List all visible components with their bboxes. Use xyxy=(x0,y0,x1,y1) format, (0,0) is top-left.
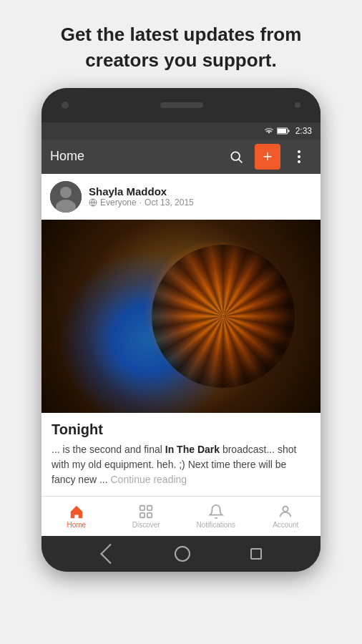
header-text: Get the latest updates from creators you… xyxy=(61,21,302,74)
nav-discover-label: Discover xyxy=(132,521,160,529)
battery-icon xyxy=(277,127,290,135)
account-icon xyxy=(278,504,293,519)
nav-notifications-label: Notifications xyxy=(197,521,235,529)
continue-reading-link[interactable]: Continue reading xyxy=(110,474,187,485)
post-date-separator: · xyxy=(140,197,142,208)
home-icon xyxy=(69,504,84,519)
svg-rect-13 xyxy=(140,506,145,510)
nav-notifications[interactable]: Notifications xyxy=(181,497,251,536)
nav-home-label: Home xyxy=(67,521,86,529)
svg-rect-2 xyxy=(278,129,286,133)
system-back-button[interactable] xyxy=(100,544,120,564)
svg-point-6 xyxy=(298,155,300,158)
post-author: Shayla Maddox xyxy=(89,185,194,197)
wifi-icon xyxy=(264,127,274,135)
camera-dot xyxy=(62,102,69,109)
svg-point-3 xyxy=(231,152,240,160)
svg-rect-1 xyxy=(288,130,289,132)
post-date: Oct 13, 2015 xyxy=(145,197,194,208)
phone-shell: 2:33 Home + xyxy=(41,88,321,572)
nav-discover[interactable]: Discover xyxy=(112,497,182,536)
post-card: Shayla Maddox Everyone · Oct 13, 2015 xyxy=(41,174,321,536)
status-icons: 2:33 xyxy=(264,126,312,136)
phone-bottom-nav xyxy=(41,536,321,572)
post-body-start: ... is the second and final xyxy=(52,444,165,455)
svg-rect-15 xyxy=(140,513,145,517)
bottom-nav: Home Discover Notifi xyxy=(41,496,321,536)
nav-account-label: Account xyxy=(273,521,298,529)
nav-account[interactable]: Account xyxy=(251,497,321,536)
globe-icon xyxy=(89,198,97,207)
system-home-button[interactable] xyxy=(175,546,190,562)
post-body: ... is the second and final In The Dark … xyxy=(52,442,310,487)
toolbar-title: Home xyxy=(50,149,217,164)
svg-rect-14 xyxy=(147,506,152,510)
post-audience: Everyone xyxy=(100,197,137,208)
post-meta: Shayla Maddox Everyone · Oct 13, 2015 xyxy=(89,185,194,208)
post-artwork xyxy=(41,220,321,413)
author-avatar[interactable] xyxy=(50,181,82,213)
post-header: Shayla Maddox Everyone · Oct 13, 2015 xyxy=(41,174,321,220)
svg-point-9 xyxy=(60,187,72,198)
post-image[interactable] xyxy=(41,220,321,413)
svg-rect-16 xyxy=(147,513,152,517)
post-subtitle: Everyone · Oct 13, 2015 xyxy=(89,197,194,208)
system-recents-button[interactable] xyxy=(250,548,262,560)
app-toolbar: Home + xyxy=(41,140,321,174)
create-post-button[interactable]: + xyxy=(255,144,280,170)
phone-top xyxy=(41,88,321,122)
post-text-card: Tonight ... is the second and final In T… xyxy=(41,413,321,496)
sensor-dot xyxy=(295,102,300,108)
search-button[interactable] xyxy=(223,144,249,170)
status-time: 2:33 xyxy=(295,126,312,136)
discover-icon xyxy=(138,504,154,519)
svg-point-17 xyxy=(283,506,288,511)
status-bar: 2:33 xyxy=(41,122,321,140)
nav-home[interactable]: Home xyxy=(41,497,112,536)
notifications-icon xyxy=(208,504,224,519)
page-header: Get the latest updates from creators you… xyxy=(32,0,331,88)
svg-line-4 xyxy=(239,160,243,163)
svg-point-7 xyxy=(298,160,300,163)
content-area: Shayla Maddox Everyone · Oct 13, 2015 xyxy=(41,174,321,536)
post-body-bold: In The Dark xyxy=(165,444,220,455)
plus-icon: + xyxy=(263,147,273,166)
post-title: Tonight xyxy=(52,421,310,438)
svg-point-5 xyxy=(298,150,300,153)
speaker-grille xyxy=(160,102,203,108)
more-options-button[interactable] xyxy=(286,144,312,170)
